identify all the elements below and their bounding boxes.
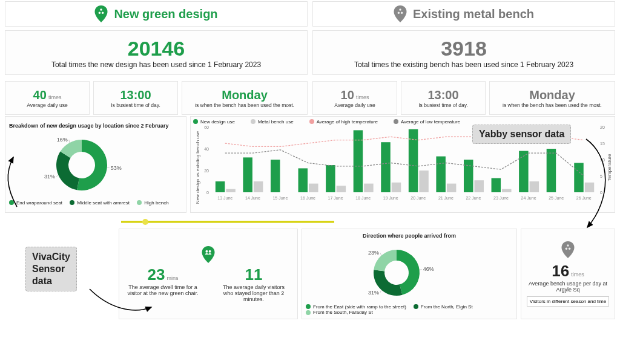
- map-pin-icon: [394, 5, 407, 22]
- legend-item: From the East (side with ramp to the str…: [306, 304, 406, 310]
- svg-rect-24: [243, 157, 252, 192]
- svg-point-66: [209, 250, 211, 252]
- right-stat-time: 13:00 Is busiest time of day.: [401, 81, 486, 115]
- svg-rect-43: [419, 171, 428, 192]
- svg-text:53%: 53%: [111, 164, 122, 171]
- svg-rect-32: [464, 160, 473, 192]
- svg-line-6: [107, 167, 110, 168]
- svg-text:31%: 31%: [368, 290, 379, 296]
- map-pin-icon: [94, 5, 108, 22]
- svg-text:15: 15: [600, 141, 605, 146]
- yabby-callout: Yabby sensor data: [472, 125, 571, 144]
- svg-text:22 June: 22 June: [466, 196, 481, 200]
- direction-title: Direction where people arrived from: [363, 233, 456, 239]
- svg-rect-29: [381, 142, 390, 192]
- left-header: New green design: [5, 1, 308, 27]
- right-big-card: 3918 Total times the existing bench has …: [312, 30, 615, 75]
- svg-text:26 June: 26 June: [576, 196, 592, 200]
- legend-item: Average of low temperature: [394, 119, 460, 125]
- svg-text:18 June: 18 June: [355, 196, 371, 200]
- svg-rect-28: [354, 130, 363, 192]
- left-big-card: 20146 Total times the new design has bee…: [5, 30, 308, 75]
- right-stat-avg: 10 times Average daily use: [312, 81, 397, 115]
- svg-text:31%: 31%: [44, 174, 55, 180]
- legend-item: From the North, Elgin St: [414, 304, 473, 310]
- svg-text:25 June: 25 June: [549, 196, 564, 200]
- left-big-number: 20146: [128, 37, 185, 60]
- svg-rect-40: [337, 186, 346, 192]
- svg-point-4: [401, 12, 403, 15]
- left-stat-day: Monday is when the bench has been used t…: [182, 81, 308, 115]
- svg-text:0: 0: [206, 190, 209, 195]
- svg-text:20: 20: [204, 169, 209, 173]
- right-header: Existing metal bench: [312, 1, 615, 27]
- svg-text:60: 60: [204, 125, 209, 129]
- svg-text:14 June: 14 June: [245, 196, 260, 200]
- svg-point-73: [566, 248, 568, 250]
- svg-point-64: [142, 219, 148, 225]
- svg-text:15 June: 15 June: [272, 196, 288, 200]
- svg-point-5: [399, 8, 401, 11]
- svg-text:10: 10: [600, 158, 605, 162]
- svg-rect-27: [326, 165, 335, 192]
- dwell-card: 23 mins The average dwell time for a vis…: [119, 229, 298, 319]
- svg-line-71: [380, 252, 381, 255]
- people-pin-icon: [202, 246, 215, 263]
- svg-rect-33: [492, 178, 501, 192]
- svg-rect-38: [254, 181, 263, 192]
- svg-text:Temperature: Temperature: [607, 154, 612, 181]
- left-big-caption: Total times the new design has been used…: [51, 60, 261, 69]
- direction-card: Direction where people arrived from 46%3…: [302, 229, 517, 319]
- timeline-slider[interactable]: [119, 218, 337, 226]
- svg-rect-35: [547, 149, 556, 192]
- legend-item: High bench: [137, 200, 168, 206]
- svg-text:21 June: 21 June: [438, 196, 453, 200]
- svg-rect-23: [216, 181, 225, 192]
- right-big-number: 3918: [441, 37, 487, 60]
- svg-rect-42: [392, 182, 401, 192]
- svg-text:17 June: 17 June: [328, 196, 343, 200]
- svg-rect-47: [530, 181, 539, 192]
- direction-donut-chart: 46%31%23%: [306, 239, 518, 304]
- svg-rect-36: [574, 163, 583, 192]
- svg-text:0: 0: [600, 190, 602, 195]
- svg-text:40: 40: [204, 147, 209, 151]
- legend-item: Average of high temperature: [309, 119, 378, 125]
- svg-text:24 June: 24 June: [521, 196, 536, 200]
- svg-line-69: [380, 290, 381, 293]
- svg-point-3: [398, 12, 400, 15]
- svg-text:New design vs existing bench u: New design vs existing bench use: [195, 131, 200, 204]
- svg-rect-44: [447, 183, 456, 192]
- svg-line-10: [69, 140, 70, 143]
- donut-breakdown-card: Breakdown of new design usage by locatio…: [5, 116, 186, 213]
- svg-point-74: [569, 248, 571, 250]
- left-stat-time: 13:00 Is busiest time of day.: [93, 81, 178, 115]
- svg-text:16%: 16%: [57, 137, 68, 143]
- svg-rect-34: [519, 151, 528, 192]
- left-stat-avg: 40 times Average daily use: [5, 81, 90, 115]
- svg-line-67: [420, 269, 422, 270]
- legend-item: Metal bench use: [251, 119, 294, 125]
- argyle-card: 16 times Average bench usage per day at …: [521, 229, 615, 319]
- legend-item: Middle seat with armrest: [70, 200, 130, 206]
- svg-point-2: [101, 8, 103, 11]
- right-big-caption: Total times the existing bench has been …: [354, 60, 573, 69]
- svg-text:20: 20: [600, 125, 605, 129]
- svg-text:23 June: 23 June: [493, 196, 509, 200]
- visitors-season-button[interactable]: Visitors in different season and time: [527, 296, 609, 307]
- svg-text:16 June: 16 June: [300, 196, 315, 200]
- svg-text:46%: 46%: [423, 266, 434, 272]
- svg-point-65: [205, 250, 208, 252]
- right-stat-day: Monday is when the bench has been used t…: [489, 81, 615, 115]
- svg-line-8: [56, 175, 59, 176]
- donut1-title: Breakdown of new design usage by locatio…: [9, 123, 169, 129]
- svg-point-75: [567, 244, 569, 247]
- left-title: New green design: [114, 7, 217, 21]
- svg-text:13 June: 13 June: [217, 196, 232, 200]
- svg-rect-41: [364, 183, 373, 192]
- svg-rect-39: [309, 183, 318, 192]
- right-title: Existing metal bench: [413, 7, 534, 21]
- svg-rect-48: [585, 182, 594, 192]
- svg-rect-45: [474, 180, 483, 192]
- svg-rect-31: [436, 156, 445, 192]
